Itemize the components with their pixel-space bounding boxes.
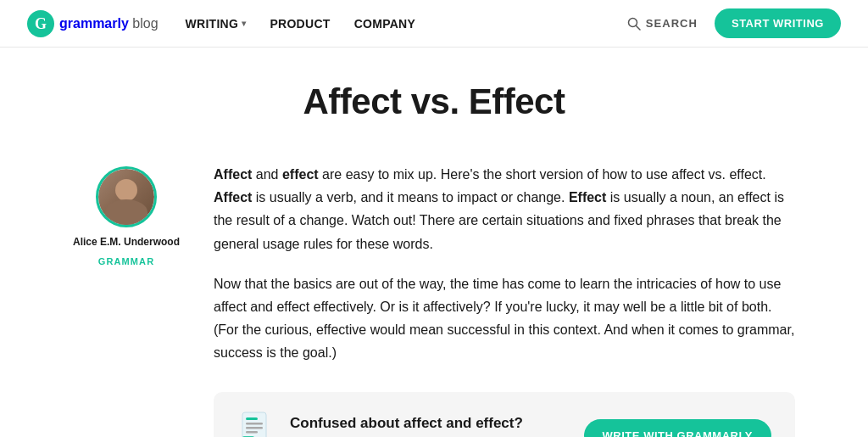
- write-with-grammarly-button[interactable]: WRITE WITH GRAMMARLY: [584, 419, 771, 437]
- grammarly-logo-icon: G: [27, 10, 54, 37]
- bold-affect: Affect: [214, 167, 252, 182]
- logo-text: grammarly blog: [59, 16, 159, 31]
- author-name: Alice E.M. Underwood: [73, 236, 180, 249]
- svg-rect-7: [246, 427, 263, 429]
- bold-effect: effect: [282, 167, 319, 182]
- bold-affect-2: Affect: [214, 190, 252, 204]
- start-writing-button[interactable]: START WRITING: [715, 8, 841, 38]
- nav-item-writing[interactable]: WRITING ▾: [186, 17, 247, 31]
- author-category: GRAMMAR: [98, 256, 154, 266]
- nav-item-product[interactable]: PRODUCT: [270, 17, 330, 31]
- paragraph-1: Affect and effect are easy to mix up. He…: [214, 163, 795, 255]
- article-title: Affect vs. Effect: [73, 81, 795, 122]
- svg-rect-5: [246, 417, 258, 420]
- search-label: SEARCH: [646, 17, 698, 30]
- author-avatar-image: [98, 169, 154, 225]
- cta-icon: ≡: [237, 411, 275, 438]
- svg-rect-8: [246, 431, 258, 434]
- chevron-down-icon: ▾: [242, 19, 246, 28]
- search-button[interactable]: SEARCH: [627, 17, 698, 31]
- svg-rect-4: [242, 412, 266, 438]
- article-body: Alice E.M. Underwood GRAMMAR Affect and …: [73, 163, 795, 437]
- search-icon: [627, 17, 641, 31]
- author-sidebar: Alice E.M. Underwood GRAMMAR: [73, 163, 180, 266]
- svg-line-3: [636, 25, 640, 30]
- logo[interactable]: G grammarly blog: [27, 10, 159, 37]
- svg-rect-6: [246, 423, 263, 425]
- cta-card: ≡ Confused about affect and effect? Gram…: [214, 392, 795, 438]
- cta-text-area: Confused about affect and effect? Gramma…: [290, 412, 569, 437]
- bold-effect-2: Effect: [569, 190, 606, 204]
- svg-text:G: G: [35, 15, 47, 32]
- document-icon: ≡: [237, 411, 275, 438]
- paragraph-2: Now that the basics are out of the way, …: [214, 272, 795, 365]
- main-nav: WRITING ▾ PRODUCT COMPANY: [186, 17, 416, 31]
- cta-title: Confused about affect and effect?: [290, 412, 569, 436]
- article-content: Affect and effect are easy to mix up. He…: [214, 163, 795, 437]
- nav-item-company[interactable]: COMPANY: [354, 17, 415, 31]
- avatar: [96, 166, 157, 227]
